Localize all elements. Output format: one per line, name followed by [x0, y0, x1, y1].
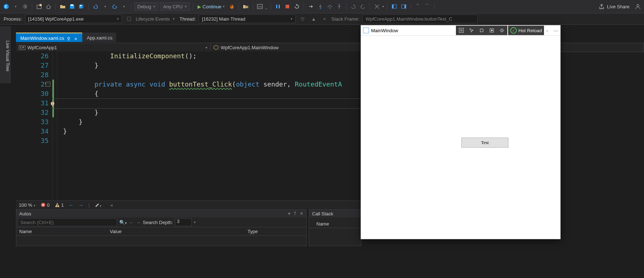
pause-icon[interactable] [274, 3, 282, 10]
flag-filter-icon[interactable]: ▽ [299, 15, 307, 23]
app-titlebar[interactable]: MainWindow ✓ Hot Reload ‹ — [361, 25, 560, 36]
pen-icon[interactable]: ▾ [95, 202, 101, 208]
project-dropdown[interactable]: C# WpfCoreApp1 ▾ [16, 43, 211, 52]
find-in-files-icon[interactable] [242, 3, 250, 10]
back-icon[interactable] [2, 3, 10, 10]
redo-dropdown-icon[interactable]: ▾ [120, 3, 128, 10]
scroll-left-icon[interactable]: ◂ [110, 202, 113, 208]
code-editor[interactable]: 262728 293031 323334 35 − InitializeComp… [16, 51, 361, 200]
dock-left-icon[interactable] [390, 3, 398, 10]
open-folder-icon[interactable] [59, 3, 67, 10]
play-icon: ▶ [198, 4, 201, 9]
test-button[interactable]: Test [461, 138, 508, 148]
select-element-icon[interactable] [467, 26, 476, 34]
save-icon[interactable] [68, 3, 76, 10]
fold-toggle-icon[interactable]: − [46, 82, 50, 87]
svg-rect-26 [480, 29, 483, 32]
redo-icon[interactable] [111, 3, 119, 10]
minimize-icon[interactable]: — [553, 28, 558, 33]
lifecycle-icon[interactable] [125, 15, 133, 23]
svg-rect-5 [80, 5, 82, 6]
redo-debug-icon[interactable] [359, 3, 367, 10]
svg-point-18 [637, 4, 639, 7]
screenshot-icon[interactable] [256, 3, 264, 10]
goto-live-visual-tree-icon[interactable] [457, 26, 466, 34]
nav-forward-icon[interactable]: → [79, 202, 83, 208]
autos-search-input[interactable] [18, 218, 117, 226]
app-window-icon [363, 28, 369, 33]
stackframe-dropdown[interactable]: WpfCoreApp1.MainWindow.buttonTest_C [362, 14, 478, 23]
class-name: WpfCoreApp1.MainWindow [221, 45, 279, 50]
undo-icon[interactable] [92, 3, 100, 10]
stop-icon[interactable] [283, 3, 291, 10]
live-visual-tree-tab[interactable]: Live Visual Tree [0, 26, 11, 83]
restart-icon[interactable] [293, 3, 301, 10]
hot-reload-icon[interactable] [228, 3, 236, 10]
close-icon[interactable]: ✕ [300, 211, 303, 216]
col-value[interactable]: Value [110, 229, 248, 234]
user-icon[interactable] [634, 3, 642, 10]
callstack-titlebar: Call Stack [309, 210, 361, 218]
step-over-icon[interactable] [326, 3, 334, 10]
solution-config-value: Debug [137, 4, 151, 9]
close-icon[interactable] [74, 36, 79, 40]
dock-right-icon[interactable] [400, 3, 408, 10]
col-type[interactable]: Type [248, 229, 258, 234]
search-icon[interactable]: 🔍▾ [119, 220, 127, 225]
save-all-icon[interactable] [78, 3, 86, 10]
callstack-columns: Name [309, 220, 361, 228]
current-line-highlight [52, 98, 361, 109]
step-into-icon[interactable] [316, 3, 324, 10]
svg-rect-25 [459, 28, 464, 33]
svg-rect-15 [392, 5, 394, 8]
format-icon[interactable]: ¨ [414, 3, 422, 10]
threads-icon[interactable]: ≈ [320, 15, 328, 23]
col-name[interactable]: Name [19, 229, 110, 234]
undo-dropdown-icon[interactable]: ▾ [101, 3, 109, 10]
toolbar-collapse-icon[interactable]: ‹ [546, 28, 548, 33]
continue-button[interactable]: ▶ Continue ▾ [196, 4, 226, 9]
solution-config-dropdown[interactable]: Debug ▾ [134, 2, 158, 11]
live-share-button[interactable]: Live Share [596, 4, 632, 9]
autos-panel: Autos ▾ ⤒ ✕ 🔍▾ ← → Search Depth: 3 ▾ Nam… [16, 209, 307, 246]
step-out-icon[interactable] [335, 3, 343, 10]
tab-mainwindow-cs[interactable]: MainWindow.xaml.cs [16, 33, 82, 42]
solution-platform-dropdown[interactable]: Any CPU ▾ [160, 2, 190, 11]
process-dropdown[interactable]: [14156] WpfCoreApp1.exe ▾ [25, 14, 122, 23]
forward-icon[interactable] [21, 3, 29, 10]
svg-rect-17 [404, 5, 406, 8]
panel-dropdown-icon[interactable]: ▾ [288, 211, 290, 216]
format2-icon[interactable]: ˙˙ [423, 3, 431, 10]
tab-app-cs[interactable]: App.xaml.cs [82, 33, 116, 42]
hot-reload-indicator[interactable]: ✓ Hot Reload [508, 26, 544, 35]
callstack-title: Call Stack [312, 211, 333, 216]
toolbar-dropdown-icon[interactable]: ▾ [12, 3, 20, 10]
svg-point-13 [338, 4, 340, 5]
zoom-level[interactable]: 100 % ▾ [19, 202, 36, 208]
settings-icon[interactable] [497, 26, 507, 34]
thread-dropdown[interactable]: [16232] Main Thread ▾ [199, 14, 296, 23]
thread-label: Thread: [180, 16, 196, 22]
running-app-window[interactable]: MainWindow ✓ Hot Reload ‹ — Test [361, 25, 561, 239]
search-back-icon[interactable]: ← [129, 220, 134, 225]
csharp-badge-icon: C# [19, 45, 25, 50]
track-focused-element-icon[interactable] [487, 26, 496, 34]
warning-count[interactable]: 1 [55, 202, 64, 208]
svg-point-1 [22, 4, 28, 9]
display-layout-adorners-icon[interactable] [477, 26, 486, 34]
undo-debug-icon[interactable] [349, 3, 357, 10]
search-depth-input[interactable]: 3 [175, 218, 192, 226]
continue-label: Continue [203, 4, 221, 9]
search-forward-icon[interactable]: → [136, 220, 141, 225]
nav-back-icon[interactable]: ← [69, 202, 74, 208]
line-gutter: 262728 293031 323334 35 [16, 51, 52, 200]
svg-rect-23 [57, 204, 58, 206]
flag-icon[interactable]: ▲ [309, 15, 317, 23]
error-count[interactable]: 0 [41, 202, 50, 208]
pin-icon[interactable] [67, 36, 71, 40]
new-project-icon[interactable] [35, 3, 43, 10]
intellicode-icon[interactable] [373, 3, 381, 10]
show-next-statement-icon[interactable] [307, 3, 315, 10]
home-icon[interactable] [45, 3, 53, 10]
pin-icon[interactable]: ⤒ [293, 211, 297, 216]
